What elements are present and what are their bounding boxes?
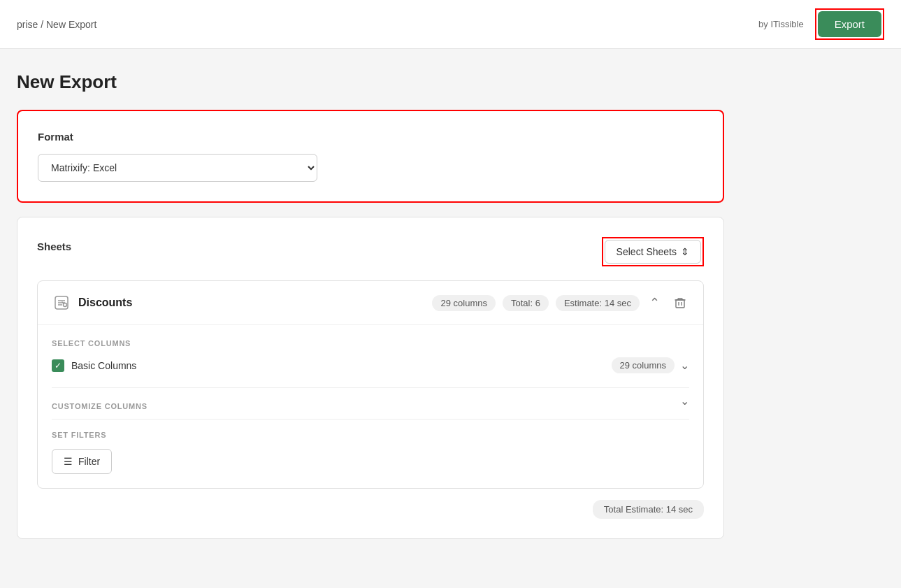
basic-columns-expand[interactable]: ⌄ <box>680 359 689 372</box>
select-sheets-button[interactable]: Select Sheets ⇕ <box>605 240 701 264</box>
export-btn-highlight: Export <box>815 8 884 40</box>
svg-rect-6 <box>676 300 684 308</box>
select-sheets-label: Select Sheets <box>617 246 677 257</box>
sheet-card-discounts: Discounts 29 columns Total: 6 Estimate: … <box>37 280 704 489</box>
columns-left: ✓ Basic Columns <box>52 359 136 372</box>
select-columns-label: SELECT COLUMNS <box>52 339 689 347</box>
sheet-name: Discounts <box>78 296 132 309</box>
columns-badge: 29 columns <box>432 295 495 311</box>
main-content: New Export Format Matrixify: Excel CSV J… <box>0 49 741 561</box>
customize-columns-expand[interactable]: ⌄ <box>680 394 689 408</box>
customize-columns-label: CUSTOMIZE COLUMNS <box>52 402 147 410</box>
basic-columns-checkbox[interactable]: ✓ <box>52 359 64 372</box>
filter-icon: ☰ <box>64 456 73 467</box>
top-bar: prise / New Export by ITissible Export <box>0 0 901 49</box>
estimate-badge: Estimate: 14 sec <box>556 295 640 311</box>
customize-columns-row[interactable]: CUSTOMIZE COLUMNS ⌄ <box>52 388 689 413</box>
sheets-section: Sheets Select Sheets ⇕ <box>17 217 724 539</box>
breadcrumb: prise / New Export <box>17 19 96 30</box>
select-sheets-highlight: Select Sheets ⇕ <box>602 237 704 266</box>
set-filters-label: SET FILTERS <box>52 431 689 439</box>
filter-button[interactable]: ☰ Filter <box>52 449 112 474</box>
export-button[interactable]: Export <box>818 11 881 37</box>
sheet-meta: 29 columns Total: 6 Estimate: 14 sec ⌃ <box>432 292 689 313</box>
page-title: New Export <box>17 71 724 93</box>
collapse-button[interactable]: ⌃ <box>647 292 663 313</box>
by-label: by ITissible <box>758 19 804 29</box>
sheet-icon <box>52 293 71 313</box>
sheets-label: Sheets <box>37 241 71 252</box>
sheets-header: Sheets Select Sheets ⇕ <box>37 237 704 266</box>
format-select[interactable]: Matrixify: Excel CSV JSON <box>38 154 317 182</box>
total-estimate-area: Total Estimate: 14 sec <box>37 500 704 519</box>
sheet-title-area: Discounts <box>52 293 132 313</box>
filter-label: Filter <box>78 456 100 467</box>
format-label: Format <box>38 131 703 143</box>
sheet-body: SELECT COLUMNS ✓ Basic Columns 29 column… <box>38 324 703 488</box>
format-card: Format Matrixify: Excel CSV JSON <box>17 110 724 203</box>
select-sheets-chevron-icon: ⇕ <box>681 246 689 257</box>
sheet-actions: ⌃ <box>647 292 689 313</box>
columns-right: 29 columns ⌄ <box>612 357 689 373</box>
basic-columns-row: ✓ Basic Columns 29 columns ⌄ <box>52 357 689 373</box>
filters-divider <box>52 419 689 420</box>
total-badge: Total: 6 <box>503 295 549 311</box>
delete-button[interactable] <box>671 294 689 312</box>
format-select-wrapper: Matrixify: Excel CSV JSON <box>38 154 317 182</box>
basic-columns-count: 29 columns <box>612 357 675 373</box>
top-right-area: by ITissible Export <box>758 8 884 40</box>
total-estimate-badge: Total Estimate: 14 sec <box>593 500 704 519</box>
sheet-header: Discounts 29 columns Total: 6 Estimate: … <box>38 281 703 324</box>
basic-columns-name: Basic Columns <box>71 360 136 371</box>
